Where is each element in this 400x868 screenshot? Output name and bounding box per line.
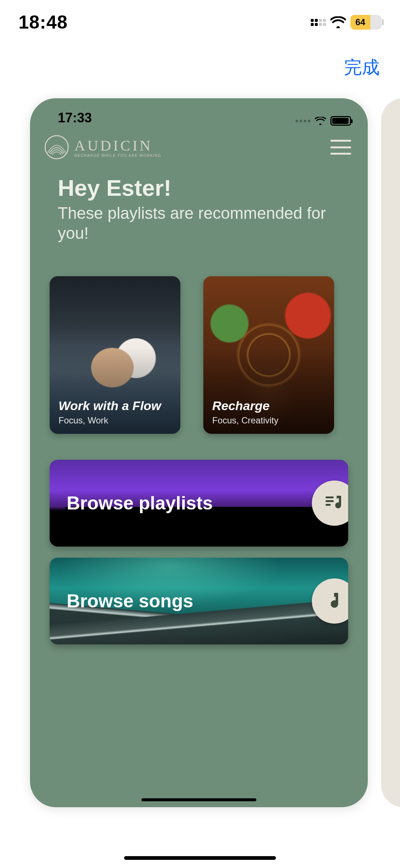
- music-note-icon: [323, 590, 346, 612]
- brand: AUDICIN RECHARGE WHILE YOU ARE WORKING: [44, 135, 161, 160]
- device-status-bar: 18:48 64: [0, 0, 400, 44]
- playlist-tags: Focus, Work: [59, 415, 171, 426]
- device-status-right: 64: [311, 15, 381, 30]
- app-wifi-icon: [315, 117, 326, 125]
- svg-rect-3: [326, 504, 331, 506]
- playlist-card-recharge[interactable]: Recharge Focus, Creativity: [203, 276, 334, 434]
- device-time: 18:48: [19, 11, 68, 33]
- playlist-card-work-with-a-flow[interactable]: Work with a Flow Focus, Work: [50, 276, 180, 434]
- playlist-title: Work with a Flow: [59, 399, 171, 413]
- playlist-icon-chip: [312, 481, 348, 526]
- next-preview-peek[interactable]: [381, 98, 400, 807]
- app-home-indicator: [141, 798, 256, 801]
- browse-playlists-banner[interactable]: Browse playlists: [50, 460, 348, 547]
- playlist-icon: [323, 492, 346, 514]
- banner-title: Browse playlists: [67, 492, 213, 514]
- app-battery-icon: [330, 116, 351, 126]
- device-home-indicator[interactable]: [124, 856, 276, 860]
- greeting: Hey Ester! These playlists are recommend…: [30, 160, 368, 243]
- app-status-bar: 17:33: [30, 98, 368, 127]
- battery-level: 64: [350, 15, 370, 30]
- banner-title: Browse songs: [67, 590, 193, 612]
- greeting-title: Hey Ester!: [58, 175, 346, 201]
- brand-name: AUDICIN: [74, 137, 161, 154]
- brand-logo-icon: [44, 135, 69, 160]
- svg-rect-2: [326, 500, 334, 502]
- playlist-title: Recharge: [212, 399, 325, 413]
- menu-button[interactable]: [330, 140, 351, 155]
- songs-icon-chip: [312, 578, 348, 624]
- done-button[interactable]: 完成: [344, 56, 380, 79]
- app-preview-card[interactable]: 17:33 AUDICIN RECHARGE WHILE YOU ARE W: [30, 98, 368, 807]
- recommended-playlists: Work with a Flow Focus, Work Recharge Fo…: [30, 243, 368, 434]
- app-header: AUDICIN RECHARGE WHILE YOU ARE WORKING: [30, 127, 368, 160]
- playlist-tags: Focus, Creativity: [212, 415, 325, 426]
- greeting-subtitle: These playlists are recommended for you!: [58, 203, 346, 243]
- browse-songs-banner[interactable]: Browse songs: [50, 558, 348, 644]
- hamburger-icon: [330, 140, 351, 142]
- cellular-signal-icon: [311, 19, 326, 26]
- battery-indicator: 64: [350, 15, 381, 30]
- app-cellular-icon: [296, 120, 310, 122]
- brand-tagline: RECHARGE WHILE YOU ARE WORKING: [74, 154, 161, 158]
- app-time: 17:33: [58, 110, 92, 126]
- svg-rect-1: [326, 496, 334, 498]
- wifi-icon: [330, 16, 346, 28]
